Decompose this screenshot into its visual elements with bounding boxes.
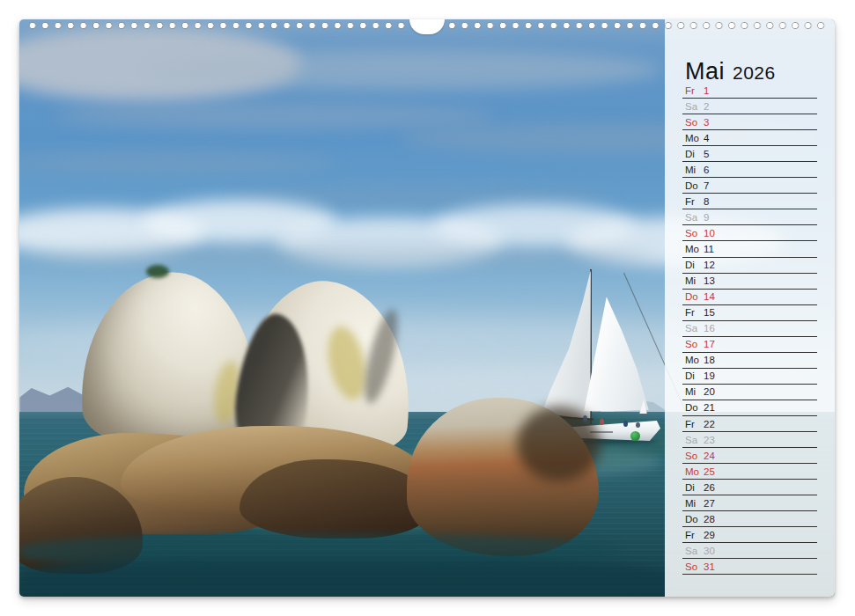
shrub-on-rock	[146, 265, 169, 278]
weekday-label: Sa	[682, 546, 704, 557]
day-number: 1	[704, 86, 709, 97]
weekday-label: Fr	[682, 531, 704, 541]
day-row: Fr22	[682, 416, 817, 432]
day-row: Sa23	[682, 432, 817, 448]
weekday-label: So	[682, 118, 704, 128]
day-row: Mi20	[682, 385, 817, 400]
day-row: Mo18	[682, 353, 817, 369]
day-number: 19	[704, 371, 715, 382]
weekday-label: Di	[682, 260, 704, 271]
weekday-label: Mo	[682, 245, 704, 255]
weekday-label: Mi	[682, 387, 704, 398]
day-row: Mi6	[682, 162, 817, 178]
boulder-shadow	[517, 407, 601, 481]
weekday-label: Fr	[682, 308, 704, 319]
crew-member	[623, 421, 628, 427]
day-row: Di5	[682, 146, 817, 162]
base-rocks-dark	[240, 459, 429, 539]
day-number: 7	[704, 181, 709, 192]
day-row: Sa2	[682, 99, 817, 114]
weekday-label: Mi	[682, 276, 704, 287]
day-row: Mi13	[682, 274, 817, 290]
day-number: 20	[704, 387, 715, 398]
day-row: Di26	[682, 480, 817, 495]
day-number: 5	[704, 150, 709, 160]
day-number: 8	[704, 197, 709, 208]
day-row: So3	[682, 114, 817, 130]
weekday-label: Sa	[682, 436, 704, 446]
day-number: 27	[704, 499, 715, 510]
day-number: 25	[704, 467, 715, 478]
day-row: Di12	[682, 258, 817, 274]
day-row: Do21	[682, 400, 817, 416]
crew-member	[636, 422, 640, 428]
weekday-label: Sa	[682, 324, 704, 334]
day-row: So17	[682, 337, 817, 353]
day-number: 3	[704, 118, 709, 128]
month-title: Mai 2026	[685, 58, 776, 85]
weekday-label: Mo	[682, 134, 704, 144]
weekday-label: Di	[682, 483, 704, 494]
day-number: 22	[704, 420, 715, 430]
day-row: Mo4	[682, 130, 817, 146]
day-row: Do28	[682, 511, 817, 527]
day-number: 9	[704, 213, 709, 224]
day-row: Fr8	[682, 194, 817, 209]
cloud	[19, 244, 653, 270]
weekday-label: Fr	[682, 420, 704, 430]
cloud	[151, 50, 662, 90]
weekday-label: Mi	[682, 165, 704, 176]
day-number: 28	[704, 515, 715, 525]
weekday-label: Fr	[682, 197, 704, 208]
weekday-label: Mo	[682, 467, 704, 478]
day-number: 30	[704, 546, 715, 557]
day-number: 18	[704, 356, 715, 366]
weekday-label: Mi	[682, 499, 704, 510]
day-row: Di19	[682, 369, 817, 385]
weekday-label: So	[682, 340, 704, 350]
day-row: So24	[682, 448, 817, 464]
day-row: Sa9	[682, 209, 817, 225]
day-number: 4	[704, 134, 709, 144]
day-number: 11	[704, 245, 714, 255]
day-row: Sa16	[682, 321, 817, 337]
day-number: 31	[704, 562, 715, 573]
day-number: 17	[704, 340, 715, 350]
day-row: Sa30	[682, 543, 817, 559]
day-row: Fr15	[682, 305, 817, 321]
weekday-label: So	[682, 229, 704, 239]
weekday-label: So	[682, 451, 704, 462]
year-label: 2026	[733, 62, 776, 84]
day-row: Mo11	[682, 241, 817, 257]
day-row: Fr1	[682, 83, 817, 99]
weekday-label: Sa	[682, 213, 704, 224]
weekday-label: Do	[682, 292, 704, 303]
day-number: 6	[704, 165, 709, 176]
weekday-label: Sa	[682, 102, 704, 113]
weekday-label: Di	[682, 150, 704, 160]
weekday-label: Do	[682, 403, 704, 414]
day-number: 15	[704, 308, 715, 319]
day-row: Do14	[682, 290, 817, 305]
day-number: 13	[704, 276, 715, 287]
day-number: 23	[704, 436, 715, 446]
day-row: Do7	[682, 178, 817, 194]
water-foreground	[19, 560, 671, 597]
day-row: So31	[682, 559, 817, 575]
weekday-label: Mo	[682, 356, 704, 366]
day-row: So10	[682, 225, 817, 241]
day-number: 14	[704, 292, 715, 303]
weekday-label: Fr	[682, 86, 704, 97]
weekday-label: Di	[682, 371, 704, 382]
cloud	[55, 103, 495, 129]
day-number: 29	[704, 531, 715, 541]
calendar-date-panel: Mai 2026 Fr1Sa2So3Mo4Di5Mi6Do7Fr8Sa9So10…	[665, 19, 835, 597]
green-buoy	[630, 431, 640, 441]
day-number: 16	[704, 324, 715, 334]
weekday-label: Do	[682, 181, 704, 192]
day-number: 2	[704, 102, 709, 113]
day-number: 21	[704, 403, 715, 414]
distant-sailboat-hull	[638, 414, 648, 415]
day-list: Fr1Sa2So3Mo4Di5Mi6Do7Fr8Sa9So10Mo11Di12M…	[682, 83, 817, 575]
day-number: 24	[704, 451, 715, 462]
